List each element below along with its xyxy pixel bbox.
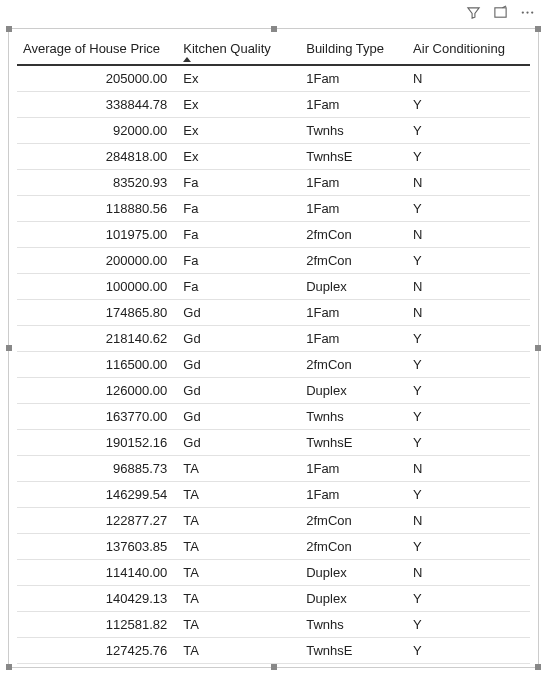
table-cell: 1Fam [300, 482, 407, 508]
table-row[interactable]: 174865.80Gd1FamN [17, 300, 530, 326]
table-cell: Y [407, 404, 530, 430]
table-row[interactable]: 127425.76TATwnhsEY [17, 638, 530, 664]
resize-handle-bl[interactable] [6, 664, 12, 670]
table-row[interactable]: 284818.00ExTwnhsEY [17, 144, 530, 170]
table-row[interactable]: 190152.16GdTwnhsEY [17, 430, 530, 456]
table-cell: TwnhsE [300, 638, 407, 664]
focus-mode-icon[interactable] [493, 5, 508, 20]
table-row[interactable]: 205000.00Ex1FamN [17, 65, 530, 92]
table-cell: Y [407, 144, 530, 170]
resize-handle-mr[interactable] [535, 345, 541, 351]
table-row[interactable]: 122877.27TA2fmConN [17, 508, 530, 534]
table-cell: N [407, 300, 530, 326]
table-cell: 2fmCon [300, 248, 407, 274]
table-cell: TA [177, 612, 300, 638]
table-row[interactable]: 140429.13TADuplexY [17, 586, 530, 612]
table-cell: Fa [177, 274, 300, 300]
table-row[interactable]: 96885.73TA1FamN [17, 456, 530, 482]
table-cell: N [407, 65, 530, 92]
table-cell: Y [407, 638, 530, 664]
table-cell: Duplex [300, 378, 407, 404]
table-cell: 2fmCon [300, 534, 407, 560]
resize-handle-tr[interactable] [535, 26, 541, 32]
table-cell: 2fmCon [300, 352, 407, 378]
table-row[interactable]: 126000.00GdDuplexY [17, 378, 530, 404]
table-cell: 284818.00 [17, 144, 177, 170]
table-cell: Duplex [300, 274, 407, 300]
table-cell: Gd [177, 378, 300, 404]
table-cell: 200000.00 [17, 248, 177, 274]
table-cell: Y [407, 326, 530, 352]
resize-handle-tm[interactable] [271, 26, 277, 32]
table-row[interactable]: 114140.00TADuplexN [17, 560, 530, 586]
more-options-icon[interactable] [520, 5, 535, 20]
table-cell: Ex [177, 118, 300, 144]
table-cell: 1Fam [300, 300, 407, 326]
table-cell: TA [177, 508, 300, 534]
table-row[interactable]: 118880.56Fa1FamY [17, 196, 530, 222]
table-cell: 1Fam [300, 196, 407, 222]
table-cell: TA [177, 586, 300, 612]
table-cell: 96885.73 [17, 456, 177, 482]
table-row[interactable]: 116500.00Gd2fmConY [17, 352, 530, 378]
table-cell: Twnhs [300, 404, 407, 430]
table-row[interactable]: 112581.82TATwnhsY [17, 612, 530, 638]
table-cell: 137603.85 [17, 534, 177, 560]
resize-handle-tl[interactable] [6, 26, 12, 32]
table-cell: 114140.00 [17, 560, 177, 586]
table-cell: Y [407, 534, 530, 560]
table-cell: 163770.00 [17, 404, 177, 430]
column-header[interactable]: Building Type [300, 35, 407, 65]
table-cell: 1Fam [300, 456, 407, 482]
table-header-row: Average of House PriceKitchen QualityBui… [17, 35, 530, 65]
table-cell: Y [407, 352, 530, 378]
table-cell: 140429.13 [17, 586, 177, 612]
table-cell: 122877.27 [17, 508, 177, 534]
table-row[interactable]: 100000.00FaDuplexN [17, 274, 530, 300]
table-row[interactable]: 146299.54TA1FamY [17, 482, 530, 508]
table-cell: Y [407, 248, 530, 274]
table-visual-frame[interactable]: Average of House PriceKitchen QualityBui… [8, 28, 539, 668]
column-header[interactable]: Kitchen Quality [177, 35, 300, 65]
resize-handle-ml[interactable] [6, 345, 12, 351]
table-row[interactable]: 92000.00ExTwnhsY [17, 118, 530, 144]
table-cell: 101975.00 [17, 222, 177, 248]
data-table: Average of House PriceKitchen QualityBui… [17, 35, 530, 664]
resize-handle-bm[interactable] [271, 664, 277, 670]
table-cell: Fa [177, 170, 300, 196]
table-row[interactable]: 101975.00Fa2fmConN [17, 222, 530, 248]
column-header[interactable]: Average of House Price [17, 35, 177, 65]
resize-handle-br[interactable] [535, 664, 541, 670]
table-row[interactable]: 163770.00GdTwnhsY [17, 404, 530, 430]
table-cell: TA [177, 482, 300, 508]
table-cell: Y [407, 482, 530, 508]
column-header[interactable]: Air Conditioning [407, 35, 530, 65]
table-cell: 1Fam [300, 92, 407, 118]
table-row[interactable]: 200000.00Fa2fmConY [17, 248, 530, 274]
table-row[interactable]: 137603.85TA2fmConY [17, 534, 530, 560]
table-cell: N [407, 170, 530, 196]
table-cell: N [407, 274, 530, 300]
svg-point-2 [526, 11, 528, 13]
table-cell: Duplex [300, 560, 407, 586]
table-row[interactable]: 218140.62Gd1FamY [17, 326, 530, 352]
table-row[interactable]: 338844.78Ex1FamY [17, 92, 530, 118]
table-row[interactable]: 83520.93Fa1FamN [17, 170, 530, 196]
table-container: Average of House PriceKitchen QualityBui… [9, 29, 538, 670]
table-cell: Ex [177, 92, 300, 118]
table-cell: Y [407, 612, 530, 638]
table-cell: Twnhs [300, 612, 407, 638]
table-cell: 2fmCon [300, 508, 407, 534]
table-cell: Y [407, 430, 530, 456]
column-header-label: Air Conditioning [413, 41, 505, 56]
table-cell: Ex [177, 65, 300, 92]
table-cell: Y [407, 586, 530, 612]
table-cell: 126000.00 [17, 378, 177, 404]
table-cell: 1Fam [300, 326, 407, 352]
table-cell: Gd [177, 404, 300, 430]
table-cell: 338844.78 [17, 92, 177, 118]
table-cell: N [407, 456, 530, 482]
filter-icon[interactable] [466, 5, 481, 20]
table-cell: Y [407, 378, 530, 404]
table-cell: N [407, 560, 530, 586]
